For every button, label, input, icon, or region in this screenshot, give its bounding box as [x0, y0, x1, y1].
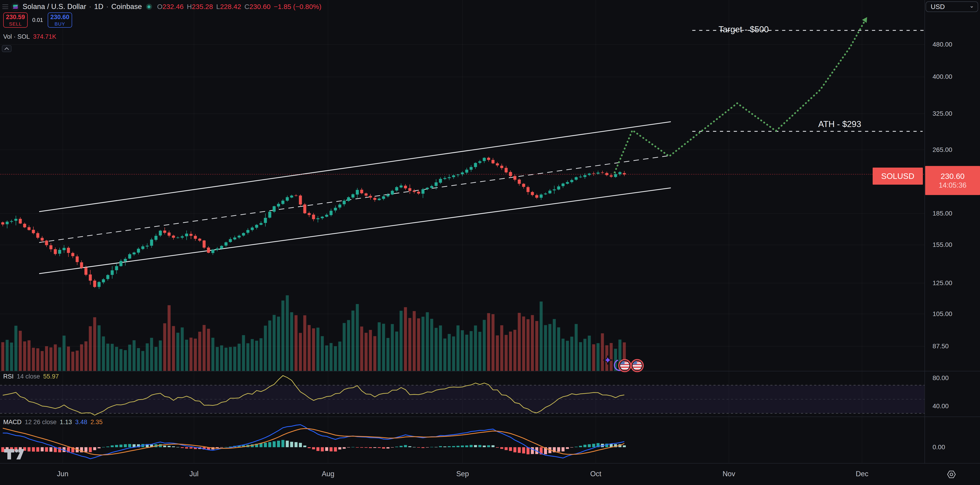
chevron-down-icon: ⌄: [969, 3, 974, 9]
tradingview-chart-app: Solana / U.S. Dollar · 1D · Coinbase O23…: [0, 0, 980, 485]
event-markers[interactable]: [599, 354, 652, 380]
high-value: 235.28: [192, 3, 213, 10]
symbol-price-tag: SOLUSD: [873, 168, 923, 185]
open-label: O: [157, 3, 162, 10]
sparkle-icon[interactable]: [603, 356, 612, 365]
symbol-header: Solana / U.S. Dollar · 1D · Coinbase O23…: [2, 2, 321, 11]
low-value: 228.42: [220, 3, 241, 10]
settings-gear-icon[interactable]: [947, 469, 956, 479]
chart-canvas[interactable]: [0, 0, 980, 485]
menu-icon[interactable]: [2, 5, 8, 9]
buy-price: 230.60: [50, 14, 69, 21]
sell-label: SELL: [9, 21, 22, 27]
macd-params: 12 26 close: [25, 419, 57, 426]
us-flag-icon[interactable]: [619, 360, 631, 372]
macd-signal-value: 2.35: [91, 419, 103, 426]
sell-button[interactable]: 230.59 SELL: [3, 13, 28, 28]
open-value: 232.46: [162, 3, 184, 10]
macd-status-row: MACD 12 26 close 1.13 3.48 2.35: [3, 419, 102, 426]
symbol-title[interactable]: Solana / U.S. Dollar: [22, 3, 86, 11]
volume-row: Vol · SOL 374.71K: [3, 33, 56, 40]
rsi-value: 55.97: [43, 373, 59, 380]
close-value: 230.60: [250, 3, 271, 10]
sell-price: 230.59: [6, 14, 25, 21]
solana-logo-icon: [11, 2, 20, 11]
tradingview-logo[interactable]: [3, 447, 26, 461]
macd-histogram-value: 1.13: [60, 419, 72, 426]
trade-panel: 230.59 SELL 0.01 230.60 BUY: [3, 13, 72, 28]
bar-countdown: 14:05:36: [939, 181, 967, 190]
rsi-status-row: RSI 14 close 55.97: [3, 373, 59, 380]
exchange-label[interactable]: Coinbase: [111, 3, 142, 11]
high-label: H: [187, 3, 192, 10]
target-annotation[interactable]: Target - $500: [719, 25, 769, 34]
collapse-panel-button[interactable]: [2, 45, 11, 52]
rsi-indicator-name[interactable]: RSI: [3, 373, 14, 380]
current-price-label: 230.60 14:05:36: [925, 166, 980, 195]
volume-label: Vol · SOL: [3, 33, 30, 40]
us-flag-icon[interactable]: [631, 360, 643, 372]
volume-value: 374.71K: [33, 33, 56, 40]
ohlc-values: O232.46 H235.28 L228.42 C230.60 −1.85 (−…: [157, 3, 321, 11]
chevron-up-icon: [5, 47, 9, 50]
spread-value: 0.01: [32, 17, 43, 23]
macd-line-value: 3.48: [75, 419, 88, 426]
separator: ·: [106, 3, 109, 11]
ath-annotation[interactable]: ATH - $293: [818, 120, 861, 129]
buy-button[interactable]: 230.60 BUY: [48, 13, 72, 28]
current-price: 230.60: [940, 172, 964, 181]
interval-label[interactable]: 1D: [94, 3, 103, 11]
rsi-params: 14 close: [17, 373, 40, 380]
buy-label: BUY: [55, 21, 65, 27]
change-value: −1.85 (−0.80%): [274, 3, 321, 11]
currency-value: USD: [931, 3, 945, 11]
macd-indicator-name[interactable]: MACD: [3, 419, 22, 426]
currency-selector[interactable]: USD ⌄: [926, 2, 978, 12]
market-status-icon: [146, 4, 152, 10]
low-label: L: [216, 3, 220, 10]
separator: ·: [89, 3, 91, 11]
close-label: C: [244, 3, 250, 10]
